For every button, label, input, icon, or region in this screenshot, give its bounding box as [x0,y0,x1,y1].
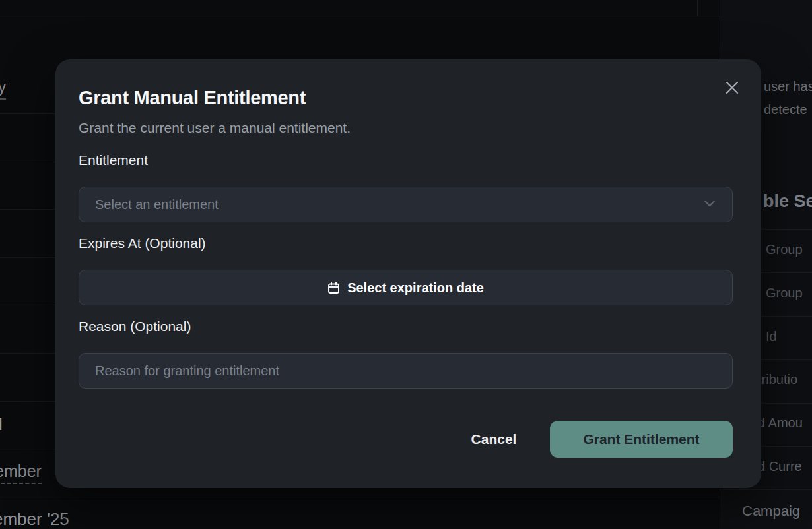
panel-text-fragment: detecte [764,102,807,117]
table-cell-fragment: l [0,414,3,435]
panel-heading-fragment: ble Se [763,191,812,212]
panel-row-fragment: d Curre [758,459,802,474]
table-cell-fragment: ember '25 [0,509,69,529]
panel-row-fragment: Group [766,286,803,301]
panel-row-divider [720,489,812,490]
entitlement-label: Entitlement [79,152,148,168]
grant-entitlement-button[interactable]: Grant Entitlement [550,421,733,458]
expiration-date-picker-label: Select expiration date [347,280,484,296]
panel-row-fragment: Group [766,242,803,257]
cancel-button[interactable]: Cancel [441,421,547,458]
dialog-title: Grant Manual Entitlement [79,87,306,109]
table-divider [0,497,720,497]
reason-input[interactable] [79,354,732,388]
close-icon [725,80,739,97]
grant-manual-entitlement-dialog: Grant Manual Entitlement Grant the curre… [55,59,761,488]
expiration-date-picker-button[interactable]: Select expiration date [79,270,733,305]
panel-row-fragment: Campaig [742,503,800,520]
expires-at-label: Expires At (Optional) [79,235,206,251]
column-divider [697,0,698,16]
panel-row-fragment: tributio [758,372,797,387]
calendar-icon [327,282,340,294]
entitlement-select-placeholder: Select an entitlement [95,197,703,212]
reason-label: Reason (Optional) [79,319,191,334]
chevron-down-icon [703,199,716,210]
reason-field-container [79,353,733,389]
panel-row-fragment: Id [766,329,777,344]
table-cell-fragment: ember [0,462,42,484]
dialog-subtitle: Grant the current user a manual entitlem… [79,120,351,136]
table-divider [0,16,720,16]
panel-row-fragment: d Amou [758,416,803,431]
panel-text-fragment: user has [764,79,812,94]
entitlement-select[interactable]: Select an entitlement [79,187,733,222]
table-cell-fragment: y [0,78,6,100]
close-button[interactable] [722,78,742,98]
